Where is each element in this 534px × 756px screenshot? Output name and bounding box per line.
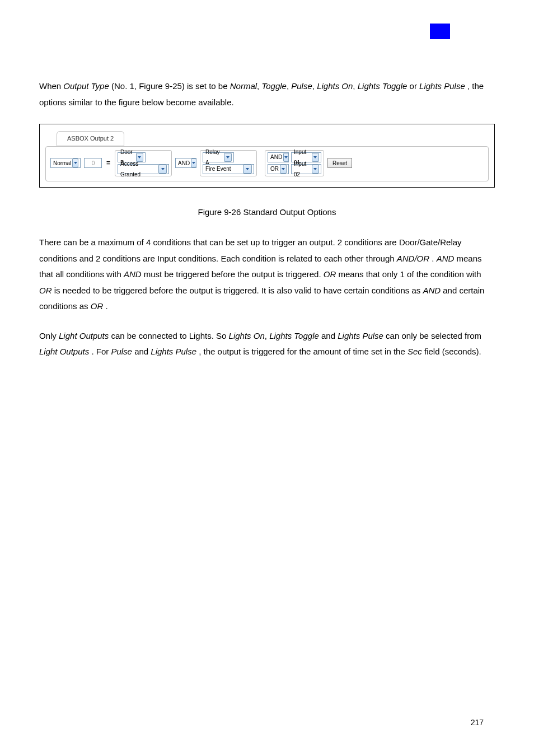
text: .: [105, 301, 107, 311]
text: ,: [287, 81, 291, 91]
input-select-2[interactable]: Input 02: [291, 164, 321, 174]
text: means that only 1 of the condition with: [338, 269, 481, 279]
page-number: 217: [471, 715, 484, 730]
chevron-down-icon: [243, 165, 252, 174]
text: must be triggered before the output is t…: [144, 269, 324, 279]
input-logic-1-value: AND: [270, 152, 282, 162]
term-lights-pulse: Lights Pulse: [151, 347, 196, 356]
term-lights-toggle: Lights Toggle: [358, 81, 407, 91]
brand-logo: [430, 24, 450, 39]
output-type-value: Normal: [53, 158, 71, 169]
sec-field[interactable]: 0: [84, 158, 102, 168]
text: can be connected to Lights. So: [111, 331, 228, 340]
term-light-outputs: Light Outputs: [59, 331, 109, 340]
term-lights-pulse: Lights Pulse: [419, 81, 465, 91]
reset-button[interactable]: Reset: [327, 158, 352, 168]
term-light-outputs: Light Outputs: [39, 347, 89, 356]
term-sec: Sec: [407, 347, 422, 356]
text: When: [39, 81, 63, 91]
term-toggle: Toggle: [261, 81, 287, 91]
condition-group-1: Door B Access Granted: [115, 150, 172, 176]
text: is needed to be triggered before the out…: [54, 286, 423, 295]
term-pulse: Pulse: [111, 347, 132, 356]
term-lights-on: Lights On: [229, 331, 265, 340]
chevron-down-icon: [312, 165, 319, 174]
paragraph-conditions: There can be a maximum of 4 conditions t…: [39, 235, 495, 315]
chevron-down-icon: [283, 153, 289, 162]
term-or: OR: [91, 301, 104, 311]
text: . For: [91, 347, 111, 356]
input-group: AND Input 01 OR: [265, 150, 324, 176]
term-lights-toggle: Lights Toggle: [269, 331, 319, 340]
term-and-or: AND/OR: [397, 254, 429, 263]
input-logic-2-value: OR: [270, 164, 279, 174]
event-select-2-value: Fire Event: [205, 164, 231, 174]
term-and: AND: [124, 269, 142, 279]
asbox-panel: ASBOX Output 2 Normal 0 = Door B: [45, 130, 489, 181]
condition-group-2: Relay A Fire Event: [200, 150, 257, 176]
figure-caption-text: Figure 9-26 Standard Output Options: [198, 207, 336, 217]
figure-caption: Figure 9-26 Standard Output Options: [39, 204, 495, 221]
text: can only be selected from: [386, 331, 481, 340]
text: (No. 1, Figure 9-25) is set to be: [111, 81, 230, 91]
text: ,: [312, 81, 317, 91]
input-logic-1-select[interactable]: AND: [268, 152, 289, 162]
text: and: [134, 347, 151, 356]
chevron-down-icon: [224, 153, 232, 162]
term-and: AND: [423, 286, 441, 295]
text: ,: [265, 331, 269, 340]
term-lights-pulse: Lights Pulse: [338, 331, 383, 340]
text: ,: [353, 81, 357, 91]
text: Only: [39, 331, 59, 340]
text: .: [432, 254, 436, 263]
event-select-1[interactable]: Access Granted: [118, 164, 169, 174]
panel-body: Normal 0 = Door B: [45, 146, 489, 181]
term-or: OR: [39, 286, 52, 295]
term-or: OR: [324, 269, 336, 279]
chevron-down-icon: [72, 158, 78, 167]
paragraph-lights: Only Light Outputs can be connected to L…: [39, 328, 495, 360]
text: and: [321, 331, 338, 340]
figure-container: ASBOX Output 2 Normal 0 = Door B: [39, 124, 495, 188]
paragraph-intro: When Output Type (No. 1, Figure 9-25) is…: [39, 78, 495, 110]
logic-center-select[interactable]: AND: [175, 158, 196, 168]
logic-center-value: AND: [178, 158, 190, 169]
term-normal: Normal: [230, 81, 257, 91]
chevron-down-icon: [280, 165, 287, 174]
term-and: AND: [437, 254, 455, 263]
term-output-type: Output Type: [63, 81, 109, 91]
term-pulse: Pulse: [291, 81, 312, 91]
text: field (seconds).: [424, 347, 481, 356]
chevron-down-icon: [158, 165, 167, 174]
text: or: [410, 81, 420, 91]
panel-title: ASBOX Output 2: [57, 131, 124, 146]
input-logic-2-select[interactable]: OR: [268, 164, 289, 174]
equals-sign: =: [105, 157, 111, 170]
text: , the output is triggered for the amount…: [199, 347, 407, 356]
door-select-2[interactable]: Relay A: [203, 152, 234, 162]
term-lights-on: Lights On: [317, 81, 353, 91]
input-select-2-value: Input 02: [294, 158, 311, 180]
event-select-2[interactable]: Fire Event: [203, 164, 254, 174]
output-type-select[interactable]: Normal: [50, 158, 81, 168]
chevron-down-icon: [191, 158, 196, 167]
event-select-1-value: Access Granted: [120, 158, 157, 180]
chevron-down-icon: [312, 153, 319, 162]
